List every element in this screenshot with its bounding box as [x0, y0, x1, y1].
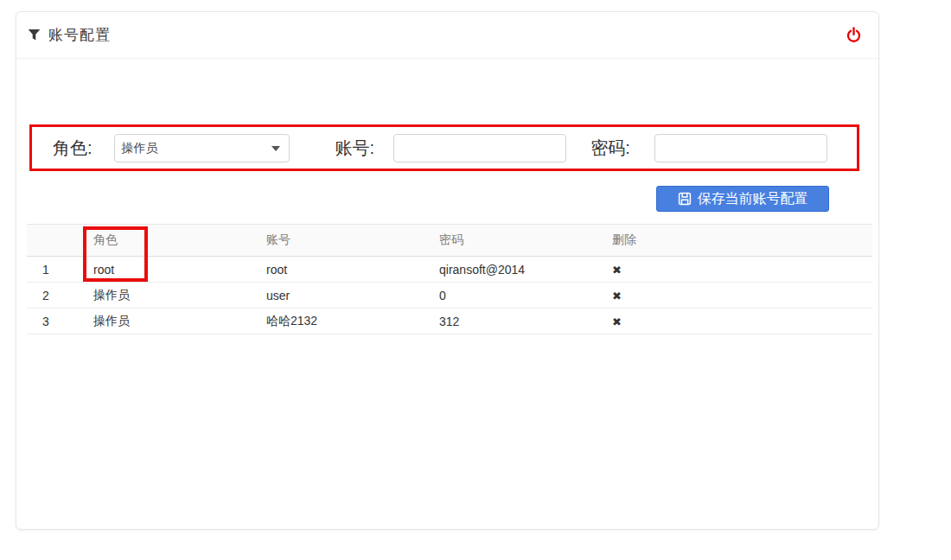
header-delete: 删除 [602, 232, 872, 248]
header-password: 密码 [429, 232, 602, 248]
card-body: 角色: 操作员 账号: 密码: 保存当前账号配置 [16, 59, 878, 530]
role-select[interactable]: 操作员 [114, 134, 290, 162]
password-input[interactable] [654, 134, 827, 162]
accounts-table: 角色 账号 密码 删除 1 root root qiransoft@2014 ✖… [27, 224, 872, 334]
delete-row-button[interactable]: ✖ [612, 264, 622, 276]
delete-row-button[interactable]: ✖ [612, 316, 622, 328]
role-label: 角色: [53, 137, 93, 160]
power-button[interactable] [844, 26, 863, 45]
row-role: root [83, 263, 256, 277]
password-label: 密码: [590, 137, 630, 160]
table-row: 2 操作员 user 0 ✖ [27, 283, 872, 309]
account-form: 角色: 操作员 账号: 密码: [29, 134, 859, 162]
row-password: qiransoft@2014 [429, 263, 602, 277]
delete-row-button[interactable]: ✖ [612, 290, 622, 302]
row-account: 哈哈2132 [256, 314, 429, 329]
row-index: 1 [27, 263, 83, 277]
account-config-card: 账号配置 角色: 操作员 账号: 密码: [16, 11, 879, 530]
row-role: 操作员 [83, 314, 256, 329]
chevron-down-icon [271, 146, 280, 151]
account-input[interactable] [393, 134, 566, 162]
row-index: 2 [27, 289, 83, 302]
card-header: 账号配置 [16, 12, 878, 59]
page-title: 账号配置 [48, 25, 111, 45]
role-select-value: 操作员 [122, 141, 158, 156]
table-header-row: 角色 账号 密码 删除 [27, 224, 872, 257]
row-password: 0 [429, 289, 602, 302]
table-row: 1 root root qiransoft@2014 ✖ [27, 257, 872, 283]
row-password: 312 [429, 315, 602, 328]
save-account-config-button[interactable]: 保存当前账号配置 [656, 186, 829, 212]
save-button-label: 保存当前账号配置 [698, 190, 808, 208]
filter-icon [28, 29, 41, 41]
table-row: 3 操作员 哈哈2132 312 ✖ [27, 309, 872, 334]
save-icon [678, 192, 692, 206]
account-label: 账号: [335, 137, 375, 160]
row-account: root [256, 263, 429, 277]
row-account: user [256, 289, 429, 302]
header-account: 账号 [256, 232, 429, 248]
row-role: 操作员 [83, 288, 256, 303]
row-index: 3 [27, 315, 83, 328]
header-role: 角色 [83, 232, 256, 248]
